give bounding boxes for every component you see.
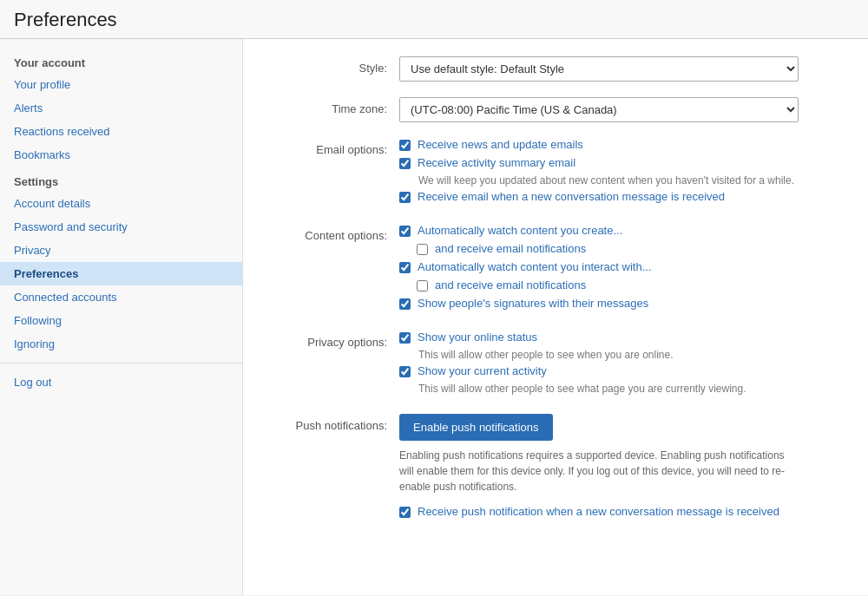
email-option1-row: Receive news and update emails: [399, 138, 842, 151]
sidebar-item-ignoring[interactable]: Ignoring: [0, 332, 242, 356]
privacy-options-label: Privacy options:: [269, 331, 399, 349]
email-option1-checkbox[interactable]: [399, 140, 411, 151]
sidebar-item-following[interactable]: Following: [0, 309, 242, 332]
privacy-options-row: Privacy options: Show your online status…: [269, 331, 842, 398]
content-option2-label: Automatically watch content you interact…: [418, 260, 652, 273]
email-option2-subtext: We will keep you updated about new conte…: [418, 174, 842, 187]
style-control: Use default style: Default StyleLightDar…: [399, 56, 842, 82]
privacy-option2-checkbox[interactable]: [399, 366, 411, 377]
sidebar-item-bookmarks[interactable]: Bookmarks: [0, 143, 242, 167]
content-option1a-row: and receive email notifications: [417, 242, 842, 255]
privacy-option1-row: Show your online status: [399, 331, 842, 344]
privacy-option1-label: Show your online status: [418, 331, 537, 344]
push-description: Enabling push notifications requires a s…: [399, 448, 799, 494]
sidebar-item-password-security[interactable]: Password and security: [0, 215, 242, 239]
content-option2a-checkbox[interactable]: [417, 280, 428, 291]
sidebar-item-reactions-received[interactable]: Reactions received: [0, 120, 242, 143]
privacy-options-control: Show your online status This will allow …: [399, 331, 842, 398]
privacy-option1-subtext: This will allow other people to see when…: [418, 349, 842, 361]
content-option3-row: Show people's signatures with their mess…: [399, 297, 842, 310]
main-content: Style: Use default style: Default StyleL…: [243, 39, 868, 595]
content-options-label: Content options:: [269, 224, 399, 242]
timezone-control: (UTC-08:00) Pacific Time (US & Canada): [399, 97, 842, 122]
sidebar-item-privacy[interactable]: Privacy: [0, 239, 242, 262]
content-option2a-label: and receive email notifications: [435, 278, 586, 291]
push-receive-label: Receive push notification when a new con…: [418, 505, 779, 518]
style-row: Style: Use default style: Default StyleL…: [269, 56, 842, 82]
sidebar-item-connected-accounts[interactable]: Connected accounts: [0, 285, 242, 309]
email-options-row: Email options: Receive news and update e…: [269, 138, 842, 208]
timezone-row: Time zone: (UTC-08:00) Pacific Time (US …: [269, 97, 842, 122]
sidebar-item-account-details[interactable]: Account details: [0, 192, 242, 215]
content-option2-row: Automatically watch content you interact…: [399, 260, 842, 273]
push-notifications-label: Push notifications:: [269, 414, 399, 432]
content-option1a-label: and receive email notifications: [435, 242, 586, 255]
enable-push-button[interactable]: Enable push notifications: [399, 414, 553, 441]
sidebar-item-logout[interactable]: Log out: [0, 370, 242, 394]
content-option3-checkbox[interactable]: [399, 298, 411, 310]
email-option1-label: Receive news and update emails: [418, 138, 583, 151]
push-notifications-row: Push notifications: Enable push notifica…: [269, 414, 842, 523]
content-option1a-checkbox[interactable]: [417, 244, 428, 255]
content-options-control: Automatically watch content you create..…: [399, 224, 842, 315]
push-notifications-control: Enable push notifications Enabling push …: [399, 414, 842, 523]
sidebar-item-your-profile[interactable]: Your profile: [0, 73, 242, 96]
content-option2-checkbox[interactable]: [399, 262, 411, 273]
privacy-option2-row: Show your current activity: [399, 364, 842, 377]
content-option1-label: Automatically watch content you create..…: [418, 224, 622, 237]
content-options-row: Content options: Automatically watch con…: [269, 224, 842, 315]
timezone-label: Time zone:: [269, 97, 399, 115]
email-options-label: Email options:: [269, 138, 399, 156]
email-option3-label: Receive email when a new conversation me…: [418, 190, 725, 203]
email-option3-row: Receive email when a new conversation me…: [399, 190, 842, 203]
content-option1-row: Automatically watch content you create..…: [399, 224, 842, 237]
push-receive-checkbox[interactable]: [399, 507, 411, 518]
privacy-option2-subtext: This will allow other people to see what…: [418, 383, 842, 395]
sidebar: Your account Your profile Alerts Reactio…: [0, 39, 243, 595]
style-select[interactable]: Use default style: Default StyleLightDar…: [399, 56, 799, 82]
email-options-control: Receive news and update emails Receive a…: [399, 138, 842, 208]
content-option3-label: Show people's signatures with their mess…: [418, 297, 648, 310]
privacy-option1-checkbox[interactable]: [399, 332, 411, 344]
page-title: Preferences: [0, 0, 868, 39]
email-option2-row: Receive activity summary email: [399, 156, 842, 169]
sidebar-item-alerts[interactable]: Alerts: [0, 96, 242, 120]
style-label: Style:: [269, 56, 399, 75]
sidebar-item-preferences[interactable]: Preferences: [0, 262, 242, 285]
settings-section-header: Settings: [0, 167, 242, 192]
timezone-select[interactable]: (UTC-08:00) Pacific Time (US & Canada): [399, 97, 799, 122]
content-option2a-row: and receive email notifications: [417, 278, 842, 291]
email-option2-checkbox[interactable]: [399, 158, 411, 169]
privacy-option2-label: Show your current activity: [418, 364, 547, 377]
push-receive-row: Receive push notification when a new con…: [399, 505, 842, 518]
content-option1-checkbox[interactable]: [399, 226, 411, 237]
account-section-header: Your account: [0, 48, 242, 73]
email-option3-checkbox[interactable]: [399, 192, 411, 203]
email-option2-label: Receive activity summary email: [418, 156, 575, 169]
